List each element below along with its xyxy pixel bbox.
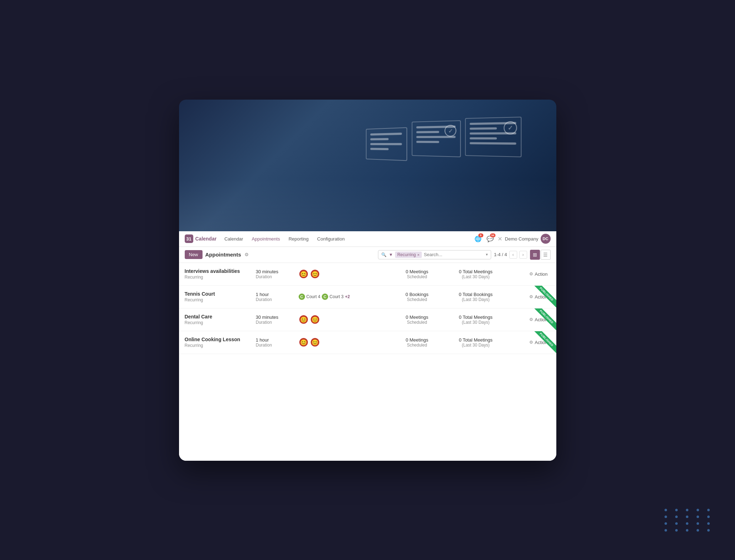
bg-dot <box>675 522 678 525</box>
list-toolbar: New Appointments ⚙ 🔍 ▼ Recurring × ▾ 1-4… <box>179 247 556 263</box>
appointment-recurring-label: Recurring <box>185 343 256 348</box>
duration-col: 30 minutes Duration <box>256 315 299 325</box>
total-period-label: (Last 30 Days) <box>444 343 508 348</box>
duration-value: 30 minutes <box>256 315 299 320</box>
staff-avatar: 😊 <box>310 269 320 279</box>
total-count: 0 Total Meetings <box>444 337 508 343</box>
duration-label: Duration <box>256 274 299 279</box>
total-count: 0 Total Meetings <box>444 315 508 320</box>
filter-icon: ▼ <box>389 252 393 257</box>
chat-notification[interactable]: 💬 34 <box>485 234 495 243</box>
toolbar-right: 🔍 ▼ Recurring × ▾ 1-4 / 4 ‹ › ⊞ ☰ <box>378 250 550 260</box>
bg-dot <box>697 522 699 525</box>
total-col: 0 Total Meetings (Last 30 Days) <box>444 315 508 325</box>
action-button[interactable]: ⚙ Action <box>526 270 550 278</box>
appointment-recurring-label: Recurring <box>185 320 256 325</box>
search-bar: 🔍 ▼ Recurring × ▾ <box>378 250 491 259</box>
duration-label: Duration <box>256 343 299 348</box>
total-col: 0 Total Bookings (Last 30 Days) <box>444 292 508 302</box>
total-period-label: (Last 30 Days) <box>444 297 508 302</box>
appointment-title[interactable]: Interviews availabilities <box>185 268 256 274</box>
search-input[interactable] <box>424 252 484 257</box>
duration-col: 1 hour Duration <box>256 292 299 302</box>
globe-badge: 9 <box>478 233 483 237</box>
court-more[interactable]: +2 <box>345 294 350 299</box>
main-window: ✓ ✓ 31 Calendar <box>179 100 556 461</box>
bg-dot <box>707 516 710 518</box>
bg-dot <box>686 522 688 525</box>
nav-reporting[interactable]: Reporting <box>285 235 312 243</box>
odoo-application: 31 Calendar Calendar Appointments Report… <box>179 231 556 461</box>
next-page-button[interactable]: › <box>519 251 527 259</box>
list-view-button[interactable]: ☰ <box>541 250 551 260</box>
court-label: Court 3 <box>330 294 343 299</box>
kanban-view-button[interactable]: ⊞ <box>530 250 540 260</box>
close-icon[interactable]: ✕ <box>498 236 502 242</box>
bg-dot <box>697 516 699 518</box>
appointment-name-col: Online Cooking Lesson Recurring <box>185 337 256 348</box>
prev-page-button[interactable]: ‹ <box>509 251 517 259</box>
meetings-status-label: Scheduled <box>390 320 444 325</box>
company-selector[interactable]: Demo Company DC <box>505 234 551 244</box>
published-label: PUBLISHED <box>533 308 556 330</box>
bg-dot <box>665 516 667 518</box>
settings-icon[interactable]: ⚙ <box>245 252 249 257</box>
top-navbar: 31 Calendar Calendar Appointments Report… <box>179 231 556 247</box>
brand-name: Calendar <box>195 236 217 242</box>
appointments-list: Interviews availabilities Recurring 30 m… <box>179 263 556 354</box>
pagination: 1-4 / 4 ‹ › <box>494 251 527 259</box>
meetings-status-label: Scheduled <box>390 343 444 348</box>
staff-avatars-col: 😊 😊 <box>299 315 390 324</box>
filter-label: Recurring <box>397 252 416 257</box>
staff-avatars-col: C Court 4 C Court 3 +2 <box>299 294 390 300</box>
bg-dot <box>697 509 699 511</box>
meetings-count: 0 Meetings <box>390 315 444 320</box>
bg-dot <box>675 509 678 511</box>
search-icon: 🔍 <box>381 252 387 257</box>
nav-appointments[interactable]: Appointments <box>248 235 284 243</box>
recurring-filter-tag[interactable]: Recurring × <box>395 252 421 258</box>
bg-dot <box>686 529 688 532</box>
filter-remove-button[interactable]: × <box>417 253 419 257</box>
bg-dot <box>707 522 710 525</box>
holo-card-3: ✓ <box>465 116 521 157</box>
bg-dot <box>675 516 678 518</box>
staff-avatar: 😊 <box>299 337 309 347</box>
bg-dot <box>686 516 688 518</box>
holo-card-2: ✓ <box>411 120 461 157</box>
appointment-title[interactable]: Tennis Court <box>185 291 256 297</box>
meetings-count: 0 Meetings <box>390 269 444 274</box>
total-count: 0 Total Meetings <box>444 269 508 274</box>
total-col: 0 Total Meetings (Last 30 Days) <box>444 337 508 348</box>
total-count: 0 Total Bookings <box>444 292 508 297</box>
nav-configuration[interactable]: Configuration <box>314 235 348 243</box>
court-badge: C <box>322 294 328 300</box>
staff-avatar: 😊 <box>310 315 320 324</box>
table-row: Dental Care Recurring 30 minutes Duratio… <box>179 308 556 331</box>
nav-calendar[interactable]: Calendar <box>221 235 247 243</box>
globe-notification[interactable]: 🌐 9 <box>473 234 483 243</box>
total-period-label: (Last 30 Days) <box>444 320 508 325</box>
staff-avatars-col: 😊 😊 <box>299 269 390 279</box>
bg-dot <box>665 509 667 511</box>
search-dropdown-icon[interactable]: ▾ <box>486 252 488 257</box>
action-label: Action <box>535 271 547 277</box>
duration-col: 30 minutes Duration <box>256 269 299 279</box>
staff-avatar: 😊 <box>299 315 309 324</box>
holo-card-1 <box>366 127 407 161</box>
appointment-title[interactable]: Online Cooking Lesson <box>185 337 256 342</box>
bg-dot <box>665 529 667 532</box>
appointment-name-col: Tennis Court Recurring <box>185 291 256 302</box>
appointment-recurring-label: Recurring <box>185 297 256 302</box>
bg-dot <box>707 529 710 532</box>
new-button[interactable]: New <box>185 250 203 259</box>
action-col: ⚙ Action <box>508 270 551 278</box>
bg-dot <box>707 509 710 511</box>
bg-dot <box>697 529 699 532</box>
duration-value: 1 hour <box>256 292 299 297</box>
brand: 31 Calendar <box>185 234 217 243</box>
appointment-title[interactable]: Dental Care <box>185 314 256 319</box>
total-period-label: (Last 30 Days) <box>444 274 508 279</box>
meetings-count: 0 Meetings <box>390 337 444 343</box>
pagination-text: 1-4 / 4 <box>494 252 507 257</box>
